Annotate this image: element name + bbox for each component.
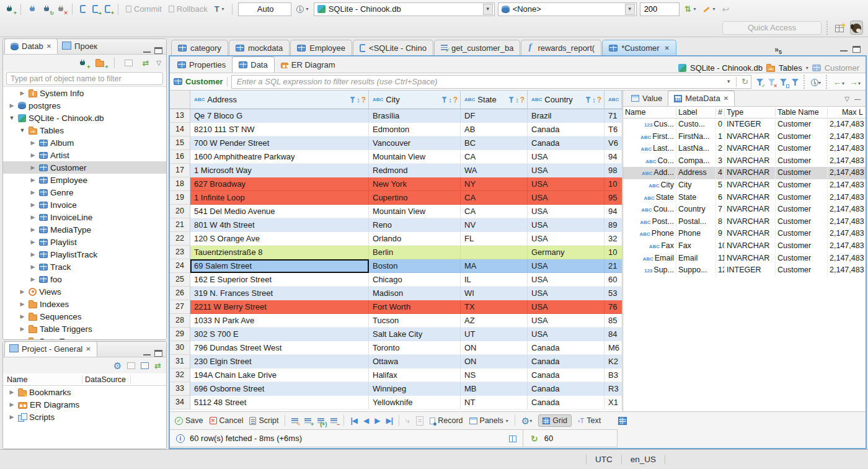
grid-cell[interactable]: Canada [528, 123, 604, 136]
editor-tab-customer[interactable]: *Customer ✕ [602, 40, 676, 55]
meta-row-postal[interactable]: ABCPost... Postal... 8 NVARCHAR Customer… [623, 216, 866, 228]
row-number[interactable]: 30 [170, 341, 190, 355]
meta-row-suppo[interactable]: 123Sup... Suppo... 12 INTEGER Customer 2… [623, 264, 866, 277]
meta-column-type[interactable]: Type [725, 108, 776, 117]
grid-cell[interactable]: Canada [528, 396, 604, 409]
grid-cell[interactable]: Canada [528, 355, 604, 368]
expand-arrow-icon[interactable]: ▶ [19, 301, 26, 307]
meta-row-city[interactable]: ABCCity City 5 NVARCHAR Customer 2,147,4… [623, 179, 866, 192]
grid-cell[interactable]: Fort Worth [369, 300, 461, 314]
close-icon[interactable]: ✕ [665, 45, 670, 51]
grid-cell[interactable]: FL [461, 232, 528, 246]
grid-cell[interactable]: 5112 48 Street [190, 396, 369, 409]
row-number[interactable]: 18 [170, 177, 190, 191]
meta-row-address[interactable]: ABCAdd... Address 4 NVARCHAR Customer 2,… [623, 167, 866, 179]
grid-cell[interactable]: 319 N. Frances Street [190, 287, 369, 300]
nav-new-folder-button[interactable]: + [94, 58, 106, 68]
collapse-icon[interactable] [127, 362, 135, 369]
row-number[interactable]: 26 [170, 287, 190, 300]
tab-project-general[interactable]: Project - General ✕ [4, 341, 97, 357]
grid-cell[interactable]: USA [528, 314, 604, 328]
link-editor-button[interactable]: ⇄ [140, 57, 151, 69]
grid-cell[interactable]: ON [461, 355, 528, 368]
grid-cell[interactable]: Orlando [369, 232, 461, 246]
expand-arrow-icon[interactable]: ▶ [29, 202, 37, 208]
meta-row-state[interactable]: ABCState State 6 NVARCHAR Customer 2,147… [623, 192, 866, 204]
grid-cell[interactable]: 1033 N Park Ave [190, 314, 369, 328]
calc-panel-icon[interactable] [509, 436, 516, 442]
row-number[interactable]: 15 [170, 136, 190, 150]
tree-item-foo[interactable]: ▶ foo [3, 273, 166, 285]
tree-item-artist[interactable]: ▶ Artist [3, 149, 166, 161]
hint-icon[interactable]: ? [597, 96, 601, 104]
breadcrumb-table[interactable]: Customer [825, 63, 859, 73]
expand-arrow-icon[interactable]: ▶ [29, 177, 37, 183]
filter-funnel-icon[interactable] [441, 97, 447, 103]
column-header-country[interactable]: ABC Country ↕ ? [528, 91, 604, 109]
grid-cell[interactable]: USA [528, 300, 604, 314]
sort-icon[interactable]: ↕ [448, 96, 452, 104]
nav-new-connection-button[interactable]: + [77, 58, 88, 68]
project-item-bookmarks[interactable]: ▶ Bookmarks [3, 386, 166, 398]
remove-filter-button[interactable]: ✕ [768, 77, 775, 86]
expand-arrow-icon[interactable]: ▶ [29, 276, 37, 282]
maximize-icon[interactable] [154, 350, 162, 357]
expand-arrow-icon[interactable]: ▶ [19, 313, 26, 319]
grid-cell[interactable]: NY [461, 177, 528, 191]
tree-item-album[interactable]: ▶ Album [3, 136, 166, 149]
disconnect-button[interactable]: ✕ [55, 4, 66, 14]
grid-cell[interactable]: Brazil [528, 109, 604, 123]
new-sql-editor-button[interactable]: + [103, 4, 112, 14]
grid-cell[interactable]: ON [461, 341, 528, 355]
grid-cell[interactable]: 194A Chain Lake Drive [190, 368, 369, 382]
row-number[interactable]: 33 [170, 382, 190, 396]
grid-cell[interactable]: WA [461, 164, 528, 177]
grid-cell[interactable]: 801 W 4th Street [190, 218, 369, 232]
row-number[interactable]: 13 [170, 109, 190, 123]
row-number[interactable]: 28 [170, 314, 190, 328]
grid-cell[interactable]: 76 [604, 300, 622, 314]
tab-metadata[interactable]: MetaData ✕ [668, 91, 735, 106]
tab-value[interactable]: Value [626, 91, 668, 106]
tree-item-genre[interactable]: ▶ Genre [3, 186, 166, 199]
grid-cell[interactable]: IL [461, 273, 528, 287]
grid-cell[interactable]: NS [461, 368, 528, 382]
panels-button[interactable]: Panels▾ [469, 416, 508, 425]
tree-item-table-triggers[interactable]: ▶ Table Triggers [3, 323, 166, 335]
tab-data[interactable]: Data [232, 56, 274, 73]
tab-properties[interactable]: Properties [171, 56, 232, 73]
refresh-icon[interactable]: ↻ [742, 77, 748, 86]
undo-button[interactable]: ↩ [720, 3, 732, 16]
breadcrumb-tables[interactable]: Tables [779, 63, 802, 73]
grid-cell[interactable]: 541 Del Medio Avenue [190, 205, 369, 218]
expand-arrow-icon[interactable]: ▶ [8, 414, 16, 420]
reconnect-button[interactable]: ↻ [41, 4, 52, 14]
view-menu-icon[interactable]: ▽ [844, 96, 849, 102]
expand-arrow-icon[interactable]: ▶ [19, 338, 26, 340]
grid-cell[interactable]: 71 [604, 109, 622, 123]
sort-icon[interactable]: ↕ [515, 96, 519, 104]
row-number[interactable]: 22 [170, 232, 190, 246]
save-button[interactable]: ✓Save [175, 416, 203, 425]
row-number[interactable]: 25 [170, 273, 190, 287]
grid-cell[interactable]: Cupertino [369, 191, 461, 205]
navigator-filter-input[interactable]: Type part of object name to filter [6, 72, 163, 85]
grid-cell[interactable]: USA [528, 218, 604, 232]
grid-cell[interactable]: USA [528, 232, 604, 246]
meta-row-firstna[interactable]: ABCFirst... FirstNa... 1 NVARCHAR Custom… [623, 131, 866, 143]
grid-cell[interactable]: R3 [604, 382, 622, 396]
tree-item-customer[interactable]: ▶ Customer [3, 161, 166, 174]
grid-cell[interactable]: 1600 Amphitheatre Parkway [190, 150, 369, 164]
grid-cell[interactable]: 21 [604, 259, 622, 273]
grid-cell[interactable]: 94 [604, 150, 622, 164]
meta-row-phone[interactable]: ABCPhone Phone 9 NVARCHAR Customer 2,147… [623, 228, 866, 240]
script-button[interactable]: Script [249, 416, 278, 425]
fetch-size-input[interactable] [640, 2, 680, 16]
grid-cell[interactable]: 696 Osborne Street [190, 382, 369, 396]
grid-cell[interactable]: USA [528, 191, 604, 205]
expand-arrow-icon[interactable]: ▶ [8, 389, 16, 395]
tree-item-playlisttrack[interactable]: ▶ PlaylistTrack [3, 248, 166, 261]
hint-icon[interactable]: ? [453, 96, 458, 104]
expand-arrow-icon[interactable]: ▶ [8, 401, 16, 408]
transaction-mode-select[interactable]: Auto [238, 2, 291, 16]
